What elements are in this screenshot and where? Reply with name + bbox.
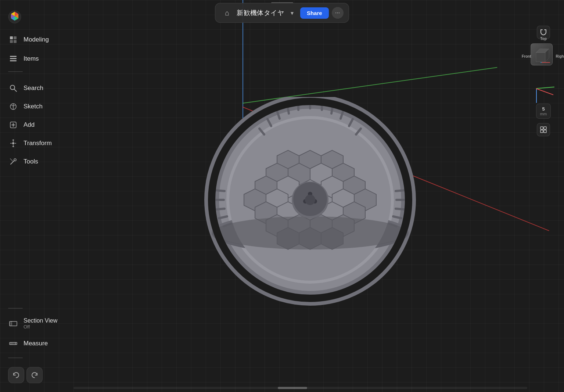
- sidebar-item-transform[interactable]: Transform: [4, 134, 70, 152]
- section-view-text: Section View Off: [24, 317, 57, 330]
- svg-line-99: [216, 209, 224, 209]
- sidebar-item-tools[interactable]: Tools: [4, 153, 70, 170]
- svg-rect-2: [14, 36, 17, 39]
- axis-indicator: [529, 77, 558, 99]
- sidebar-bottom-section: Section View Off Measure: [4, 304, 70, 385]
- sidebar-tools-section: Search Sketch Add: [4, 79, 70, 170]
- svg-point-108: [305, 195, 315, 205]
- tools-label: Tools: [24, 158, 38, 165]
- items-label: Items: [24, 55, 39, 62]
- cube-label-right: Right: [556, 54, 564, 58]
- left-sidebar: Modeling Items Search: [0, 0, 73, 392]
- search-label: Search: [24, 84, 43, 92]
- section-view-label: Section View: [24, 317, 57, 324]
- svg-rect-6: [10, 58, 17, 59]
- add-icon: [8, 120, 18, 130]
- modeling-icon: [8, 35, 18, 45]
- svg-rect-5: [10, 56, 17, 57]
- measure-icon: [8, 338, 18, 349]
- svg-rect-40: [540, 130, 543, 133]
- svg-point-8: [10, 85, 15, 90]
- divider-2: [8, 308, 23, 309]
- svg-marker-33: [536, 53, 545, 62]
- add-label: Add: [24, 121, 35, 129]
- svg-rect-26: [10, 342, 17, 345]
- cube-label-front: Front: [522, 54, 531, 58]
- svg-line-97: [216, 190, 224, 191]
- app-logo[interactable]: [8, 10, 21, 24]
- axis-y-indicator: [536, 87, 554, 89]
- sketch-label: Sketch: [24, 103, 43, 110]
- sidebar-top-section: Modeling Items: [4, 7, 70, 68]
- more-options-button[interactable]: ···: [332, 7, 344, 19]
- scale-indicator: 5 mm: [536, 104, 551, 119]
- axis-x-indicator: [536, 88, 554, 95]
- right-controls: Top Front Right: [529, 26, 558, 136]
- section-view-sub: Off: [24, 324, 57, 330]
- scale-value: 5: [542, 106, 545, 112]
- bottom-icons-row: [4, 366, 70, 385]
- svg-line-94: [396, 209, 404, 209]
- svg-point-21: [14, 159, 16, 161]
- search-icon: [8, 83, 18, 93]
- home-button[interactable]: ⌂: [220, 6, 234, 19]
- modeling-label: Modeling: [24, 36, 49, 43]
- axis-z-indicator: [536, 88, 537, 103]
- app-logo-area: [4, 7, 70, 29]
- scale-unit: mm: [540, 112, 547, 116]
- svg-line-9: [14, 89, 17, 91]
- scrollbar-thumb[interactable]: [278, 387, 307, 389]
- cube-label-top: Top: [540, 37, 547, 41]
- svg-rect-39: [544, 127, 546, 129]
- sidebar-item-search[interactable]: Search: [4, 79, 70, 97]
- svg-line-22: [10, 159, 13, 161]
- section-view-icon: [8, 319, 18, 329]
- project-name: 新歓機体タイヤ: [237, 8, 284, 17]
- measure-label: Measure: [24, 340, 48, 347]
- sidebar-item-modeling[interactable]: Modeling: [4, 31, 70, 48]
- svg-rect-25: [10, 321, 12, 326]
- transform-icon: [8, 138, 18, 148]
- sidebar-item-items[interactable]: Items: [4, 50, 70, 68]
- horizontal-scrollbar[interactable]: [73, 387, 527, 389]
- svg-line-92: [396, 190, 404, 191]
- sidebar-item-measure[interactable]: Measure: [4, 335, 70, 352]
- svg-point-15: [12, 142, 14, 144]
- divider-3: [8, 357, 23, 358]
- svg-rect-41: [544, 130, 546, 133]
- svg-rect-7: [10, 60, 17, 61]
- sidebar-item-sketch[interactable]: Sketch: [4, 98, 70, 115]
- redo-button[interactable]: [26, 367, 43, 383]
- divider-1: [8, 71, 23, 72]
- chevron-down-icon[interactable]: ▾: [287, 8, 297, 18]
- tools-icon: [8, 157, 18, 167]
- svg-point-102: [213, 216, 407, 249]
- sidebar-item-add[interactable]: Add: [4, 116, 70, 134]
- top-bar-center: ⌂ 新歓機体タイヤ ▾ Share ···: [215, 3, 349, 23]
- grid-settings-button[interactable]: [537, 123, 550, 136]
- svg-rect-4: [14, 40, 17, 43]
- svg-rect-1: [10, 36, 13, 39]
- transform-label: Transform: [24, 140, 52, 147]
- top-bar: ⌂ 新歓機体タイヤ ▾ Share ···: [0, 0, 564, 26]
- sketch-icon: [8, 101, 18, 112]
- undo-button[interactable]: [8, 367, 24, 383]
- share-button[interactable]: Share: [300, 7, 329, 19]
- nav-cube[interactable]: Top Front Right: [529, 43, 558, 73]
- sidebar-item-section-view[interactable]: Section View Off: [4, 314, 70, 333]
- 3d-model-wheel[interactable]: [200, 97, 420, 317]
- svg-rect-38: [540, 127, 543, 129]
- nav-cube-face[interactable]: [531, 43, 553, 65]
- items-icon: [8, 54, 18, 64]
- svg-rect-3: [10, 40, 13, 43]
